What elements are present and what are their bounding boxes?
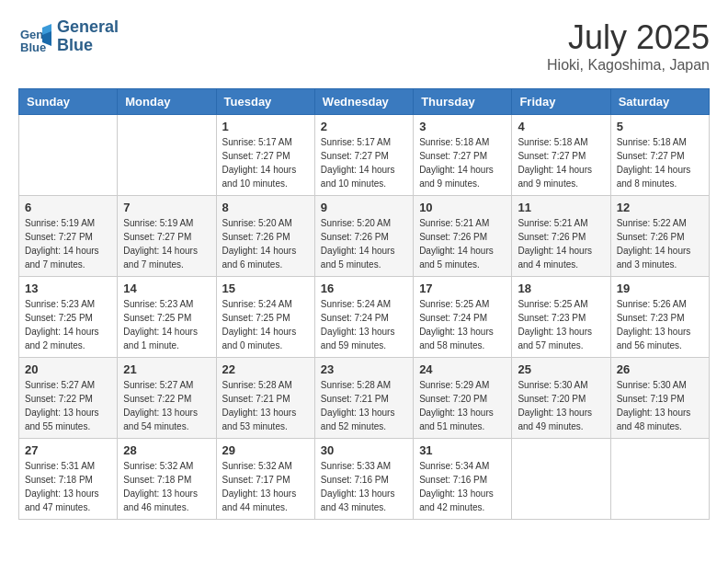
calendar-cell xyxy=(610,439,709,520)
day-info: Sunrise: 5:34 AM Sunset: 7:16 PM Dayligh… xyxy=(419,459,506,514)
calendar-cell xyxy=(19,115,118,196)
day-number: 17 xyxy=(419,282,506,295)
day-number: 7 xyxy=(123,201,210,214)
day-info: Sunrise: 5:26 AM Sunset: 7:23 PM Dayligh… xyxy=(617,297,703,352)
day-number: 2 xyxy=(321,120,407,133)
day-number: 26 xyxy=(617,362,703,376)
day-info: Sunrise: 5:23 AM Sunset: 7:25 PM Dayligh… xyxy=(25,297,111,352)
day-number: 5 xyxy=(617,120,703,133)
calendar-cell: 16Sunrise: 5:24 AM Sunset: 7:24 PM Dayli… xyxy=(314,277,413,358)
svg-text:Blue: Blue xyxy=(20,40,46,53)
logo-text-line1: General xyxy=(57,18,119,37)
calendar-cell: 13Sunrise: 5:23 AM Sunset: 7:25 PM Dayli… xyxy=(19,277,118,358)
day-number: 11 xyxy=(518,201,604,214)
calendar-cell: 21Sunrise: 5:27 AM Sunset: 7:22 PM Dayli… xyxy=(118,358,216,439)
day-number: 10 xyxy=(419,201,506,214)
day-info: Sunrise: 5:25 AM Sunset: 7:24 PM Dayligh… xyxy=(419,297,506,352)
calendar-cell: 3Sunrise: 5:18 AM Sunset: 7:27 PM Daylig… xyxy=(414,115,512,196)
calendar-cell: 29Sunrise: 5:32 AM Sunset: 7:17 PM Dayli… xyxy=(216,439,314,520)
location-title: Hioki, Kagoshima, Japan xyxy=(547,57,710,74)
title-section: July 2025 Hioki, Kagoshima, Japan xyxy=(547,18,710,74)
day-info: Sunrise: 5:21 AM Sunset: 7:26 PM Dayligh… xyxy=(518,216,604,271)
calendar-cell: 5Sunrise: 5:18 AM Sunset: 7:27 PM Daylig… xyxy=(610,115,709,196)
day-number: 20 xyxy=(25,362,111,376)
day-info: Sunrise: 5:30 AM Sunset: 7:20 PM Dayligh… xyxy=(518,378,604,433)
day-info: Sunrise: 5:27 AM Sunset: 7:22 PM Dayligh… xyxy=(25,378,111,433)
calendar: SundayMondayTuesdayWednesdayThursdayFrid… xyxy=(18,88,710,520)
day-number: 8 xyxy=(222,201,309,214)
calendar-cell: 4Sunrise: 5:18 AM Sunset: 7:27 PM Daylig… xyxy=(512,115,610,196)
calendar-cell: 9Sunrise: 5:20 AM Sunset: 7:26 PM Daylig… xyxy=(314,196,413,277)
weekday-header-monday: Monday xyxy=(118,89,216,115)
day-number: 1 xyxy=(222,120,309,133)
calendar-cell: 20Sunrise: 5:27 AM Sunset: 7:22 PM Dayli… xyxy=(19,358,118,439)
weekday-header-row: SundayMondayTuesdayWednesdayThursdayFrid… xyxy=(19,89,710,115)
day-info: Sunrise: 5:29 AM Sunset: 7:20 PM Dayligh… xyxy=(419,378,506,433)
day-number: 28 xyxy=(123,443,210,457)
week-row-1: 1Sunrise: 5:17 AM Sunset: 7:27 PM Daylig… xyxy=(19,115,710,196)
day-info: Sunrise: 5:30 AM Sunset: 7:19 PM Dayligh… xyxy=(617,378,703,433)
calendar-cell: 1Sunrise: 5:17 AM Sunset: 7:27 PM Daylig… xyxy=(216,115,314,196)
day-number: 31 xyxy=(419,443,506,457)
day-info: Sunrise: 5:28 AM Sunset: 7:21 PM Dayligh… xyxy=(222,378,309,433)
day-info: Sunrise: 5:24 AM Sunset: 7:25 PM Dayligh… xyxy=(222,297,309,352)
day-info: Sunrise: 5:19 AM Sunset: 7:27 PM Dayligh… xyxy=(25,216,111,271)
weekday-header-sunday: Sunday xyxy=(19,89,118,115)
logo-icon: General Blue xyxy=(18,20,51,53)
weekday-header-thursday: Thursday xyxy=(414,89,512,115)
day-number: 30 xyxy=(321,443,407,457)
logo-text-line2: Blue xyxy=(57,37,119,55)
day-info: Sunrise: 5:28 AM Sunset: 7:21 PM Dayligh… xyxy=(321,378,407,433)
day-number: 27 xyxy=(25,443,111,457)
day-number: 9 xyxy=(321,201,407,214)
calendar-cell: 12Sunrise: 5:22 AM Sunset: 7:26 PM Dayli… xyxy=(610,196,709,277)
calendar-cell: 26Sunrise: 5:30 AM Sunset: 7:19 PM Dayli… xyxy=(610,358,709,439)
week-row-3: 13Sunrise: 5:23 AM Sunset: 7:25 PM Dayli… xyxy=(19,277,710,358)
day-info: Sunrise: 5:20 AM Sunset: 7:26 PM Dayligh… xyxy=(321,216,407,271)
day-number: 19 xyxy=(617,282,703,295)
day-number: 12 xyxy=(617,201,703,214)
day-number: 18 xyxy=(518,282,604,295)
day-info: Sunrise: 5:20 AM Sunset: 7:26 PM Dayligh… xyxy=(222,216,309,271)
day-info: Sunrise: 5:24 AM Sunset: 7:24 PM Dayligh… xyxy=(321,297,407,352)
day-number: 22 xyxy=(222,362,309,376)
day-info: Sunrise: 5:33 AM Sunset: 7:16 PM Dayligh… xyxy=(321,459,407,514)
calendar-cell: 22Sunrise: 5:28 AM Sunset: 7:21 PM Dayli… xyxy=(216,358,314,439)
weekday-header-tuesday: Tuesday xyxy=(216,89,314,115)
weekday-header-friday: Friday xyxy=(512,89,610,115)
day-info: Sunrise: 5:21 AM Sunset: 7:26 PM Dayligh… xyxy=(419,216,506,271)
week-row-4: 20Sunrise: 5:27 AM Sunset: 7:22 PM Dayli… xyxy=(19,358,710,439)
calendar-cell: 30Sunrise: 5:33 AM Sunset: 7:16 PM Dayli… xyxy=(314,439,413,520)
calendar-cell: 24Sunrise: 5:29 AM Sunset: 7:20 PM Dayli… xyxy=(414,358,512,439)
day-number: 14 xyxy=(123,282,210,295)
day-info: Sunrise: 5:27 AM Sunset: 7:22 PM Dayligh… xyxy=(123,378,210,433)
day-number: 13 xyxy=(25,282,111,295)
day-info: Sunrise: 5:25 AM Sunset: 7:23 PM Dayligh… xyxy=(518,297,604,352)
weekday-header-saturday: Saturday xyxy=(610,89,709,115)
calendar-cell: 25Sunrise: 5:30 AM Sunset: 7:20 PM Dayli… xyxy=(512,358,610,439)
day-info: Sunrise: 5:32 AM Sunset: 7:18 PM Dayligh… xyxy=(123,459,210,514)
week-row-5: 27Sunrise: 5:31 AM Sunset: 7:18 PM Dayli… xyxy=(19,439,710,520)
calendar-cell: 14Sunrise: 5:23 AM Sunset: 7:25 PM Dayli… xyxy=(118,277,216,358)
day-info: Sunrise: 5:31 AM Sunset: 7:18 PM Dayligh… xyxy=(25,459,111,514)
month-title: July 2025 xyxy=(547,18,710,57)
day-number: 16 xyxy=(321,282,407,295)
calendar-cell xyxy=(118,115,216,196)
week-row-2: 6Sunrise: 5:19 AM Sunset: 7:27 PM Daylig… xyxy=(19,196,710,277)
calendar-cell: 10Sunrise: 5:21 AM Sunset: 7:26 PM Dayli… xyxy=(414,196,512,277)
weekday-header-wednesday: Wednesday xyxy=(314,89,413,115)
day-info: Sunrise: 5:17 AM Sunset: 7:27 PM Dayligh… xyxy=(222,135,309,190)
day-number: 6 xyxy=(25,201,111,214)
day-info: Sunrise: 5:18 AM Sunset: 7:27 PM Dayligh… xyxy=(617,135,703,190)
calendar-cell: 6Sunrise: 5:19 AM Sunset: 7:27 PM Daylig… xyxy=(19,196,118,277)
day-info: Sunrise: 5:23 AM Sunset: 7:25 PM Dayligh… xyxy=(123,297,210,352)
day-info: Sunrise: 5:17 AM Sunset: 7:27 PM Dayligh… xyxy=(321,135,407,190)
calendar-cell: 28Sunrise: 5:32 AM Sunset: 7:18 PM Dayli… xyxy=(118,439,216,520)
day-info: Sunrise: 5:32 AM Sunset: 7:17 PM Dayligh… xyxy=(222,459,309,514)
calendar-cell: 2Sunrise: 5:17 AM Sunset: 7:27 PM Daylig… xyxy=(314,115,413,196)
calendar-cell: 8Sunrise: 5:20 AM Sunset: 7:26 PM Daylig… xyxy=(216,196,314,277)
day-number: 29 xyxy=(222,443,309,457)
calendar-cell: 18Sunrise: 5:25 AM Sunset: 7:23 PM Dayli… xyxy=(512,277,610,358)
calendar-cell: 7Sunrise: 5:19 AM Sunset: 7:27 PM Daylig… xyxy=(118,196,216,277)
day-number: 24 xyxy=(419,362,506,376)
